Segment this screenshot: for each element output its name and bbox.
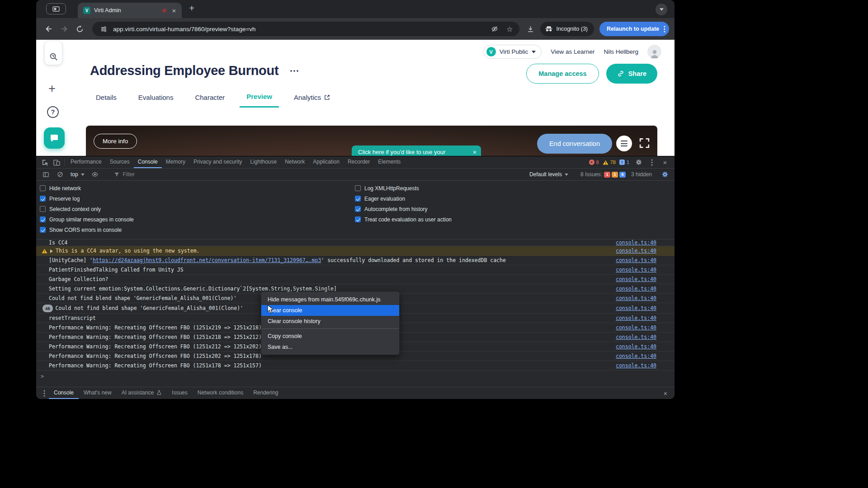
page-tab-preview[interactable]: Preview <box>240 93 279 108</box>
page-tab-evaluations[interactable]: Evaluations <box>138 93 174 108</box>
drawer-tab-network-conditions[interactable]: Network conditions <box>193 387 248 399</box>
devtools-tab-application[interactable]: Application <box>309 156 344 168</box>
console-setting[interactable]: Preserve log <box>40 193 355 204</box>
console-message[interactable]: [UnityCache] 'https://d24azaagjhnst9.clo… <box>36 256 675 265</box>
checkbox[interactable] <box>40 185 46 191</box>
console-message[interactable]: This is a CC4 avatar, so using the new s… <box>36 246 675 256</box>
address-bar[interactable]: app.virti.com/virtual-humans/7860/previe… <box>92 22 519 36</box>
console-setting[interactable]: Show CORS errors in console <box>40 225 355 235</box>
console-source-link[interactable]: console.ts:40 <box>610 295 656 302</box>
checkbox[interactable] <box>355 196 361 202</box>
drawer-close-button[interactable]: × <box>660 390 671 397</box>
console-setting[interactable]: Selected context only <box>40 204 355 214</box>
console-setting[interactable]: Autocomplete from history <box>355 204 675 214</box>
drawer-menu-button[interactable] <box>40 390 49 397</box>
view-as-learner-link[interactable]: View as Learner <box>551 48 594 55</box>
error-count[interactable]: × 8 <box>589 160 599 165</box>
video-menu-button[interactable] <box>616 136 632 151</box>
console-message[interactable]: PatientFinishedTalking Called from Unity… <box>36 265 675 275</box>
zoom-tool-button[interactable] <box>44 41 62 65</box>
menu-item-save-as[interactable]: Save as... <box>261 342 399 352</box>
help-button[interactable]: ? <box>47 106 59 118</box>
devtools-tab-lighthouse[interactable]: Lighthouse <box>246 156 281 168</box>
relaunch-button[interactable]: Relaunch to update <box>599 22 669 36</box>
checkbox[interactable] <box>355 206 361 212</box>
devtools-settings-button[interactable] <box>633 156 645 168</box>
share-button[interactable]: Share <box>606 64 657 84</box>
menu-item-clear-console-history[interactable]: Clear console history <box>261 316 399 327</box>
console-setting[interactable]: Hide network <box>40 183 355 193</box>
console-source-link[interactable]: console.ts:40 <box>610 267 656 273</box>
console-source-link[interactable]: console.ts:40 <box>610 353 656 360</box>
add-button[interactable]: + <box>48 83 56 95</box>
console-settings-button[interactable] <box>659 171 671 178</box>
eye-off-icon[interactable] <box>489 23 500 35</box>
checkbox[interactable] <box>355 216 361 222</box>
fullscreen-button[interactable] <box>639 137 650 149</box>
chat-widget-button[interactable] <box>44 127 65 149</box>
console-source-link[interactable]: console.ts:40 <box>610 305 656 312</box>
device-toolbar-button[interactable] <box>51 156 62 168</box>
console-source-link[interactable]: console.ts:40 <box>610 276 656 283</box>
checkbox[interactable] <box>40 216 46 222</box>
devtools-tab-privacy-and-security[interactable]: Privacy and security <box>189 156 246 168</box>
console-setting[interactable]: Log XMLHttpRequests <box>355 183 675 193</box>
checkbox[interactable] <box>40 196 46 202</box>
console-message[interactable]: Garbage Collection?console.ts:40 <box>36 275 675 284</box>
console-setting[interactable]: Group similar messages in console <box>40 214 355 225</box>
devtools-tab-console[interactable]: Console <box>134 156 162 168</box>
devtools-tab-elements[interactable]: Elements <box>374 156 405 168</box>
page-tab-character[interactable]: Character <box>195 93 225 108</box>
back-button[interactable] <box>42 22 56 36</box>
page-tab-details[interactable]: Details <box>96 93 117 108</box>
reload-button[interactable] <box>72 22 87 36</box>
forward-button[interactable] <box>57 22 71 36</box>
devtools-tab-network[interactable]: Network <box>281 156 309 168</box>
drawer-tab-rendering[interactable]: Rendering <box>248 387 283 399</box>
console-filter[interactable] <box>110 170 524 179</box>
console-source-link[interactable]: console.ts:40 <box>610 324 656 331</box>
drawer-tab-issues[interactable]: Issues <box>167 387 193 399</box>
kebab-menu-icon[interactable] <box>664 26 665 33</box>
console-source-link[interactable]: console.ts:40 <box>610 362 656 369</box>
live-expression-button[interactable] <box>89 171 101 178</box>
warning-count[interactable]: 78 <box>603 160 616 165</box>
console-source-link[interactable]: console.ts:40 <box>610 248 656 254</box>
hidden-messages-label[interactable]: 3 hidden <box>631 171 652 178</box>
issue-count[interactable]: ! 1 <box>619 160 629 165</box>
manage-access-button[interactable]: Manage access <box>526 64 599 84</box>
incognito-badge[interactable]: Incognito (3) <box>540 22 594 36</box>
devtools-tab-memory[interactable]: Memory <box>162 156 189 168</box>
devtools-tab-recorder[interactable]: Recorder <box>344 156 374 168</box>
new-tab-button[interactable]: + <box>189 3 194 13</box>
console-message[interactable]: Performance Warning: Recreating Offscree… <box>36 361 675 371</box>
inspect-element-button[interactable] <box>39 156 51 168</box>
devtools-close-button[interactable]: × <box>659 156 671 168</box>
console-source-link[interactable]: console.ts:40 <box>610 343 656 350</box>
console-setting[interactable]: Eager evaluation <box>355 193 675 204</box>
console-message[interactable]: Is CC4console.ts:40 <box>36 239 675 246</box>
menu-item-clear-console[interactable]: Clear console <box>261 305 399 316</box>
console-source-link[interactable]: console.ts:40 <box>610 334 656 341</box>
clear-console-button[interactable] <box>54 171 66 178</box>
devtools-tab-performance[interactable]: Performance <box>66 156 106 168</box>
site-info-icon[interactable] <box>98 23 109 35</box>
bookmark-star-icon[interactable]: ☆ <box>504 23 516 35</box>
avatar[interactable] <box>647 45 661 59</box>
expand-arrow-icon[interactable] <box>50 249 53 253</box>
checkbox[interactable] <box>40 227 46 233</box>
checkbox[interactable] <box>40 206 46 212</box>
issues-summary[interactable]: 8 Issues: 116 <box>580 171 626 178</box>
drawer-tab-ai-assistance[interactable]: AI assistance <box>117 387 167 399</box>
console-source-link[interactable]: console.ts:40 <box>610 257 656 264</box>
console-sidebar-button[interactable] <box>40 171 52 178</box>
workspace-select[interactable]: V Virti Public <box>483 45 542 59</box>
console-empty-area[interactable] <box>36 380 675 387</box>
drawer-tab-console[interactable]: Console <box>49 387 79 399</box>
checkbox[interactable] <box>355 185 361 191</box>
tab-close-icon[interactable]: × <box>170 6 178 14</box>
devtools-tab-sources[interactable]: Sources <box>106 156 134 168</box>
tab-overflow-button[interactable] <box>656 4 667 15</box>
console-source-link[interactable]: console.ts:40 <box>610 286 656 292</box>
filter-input[interactable] <box>123 171 520 178</box>
